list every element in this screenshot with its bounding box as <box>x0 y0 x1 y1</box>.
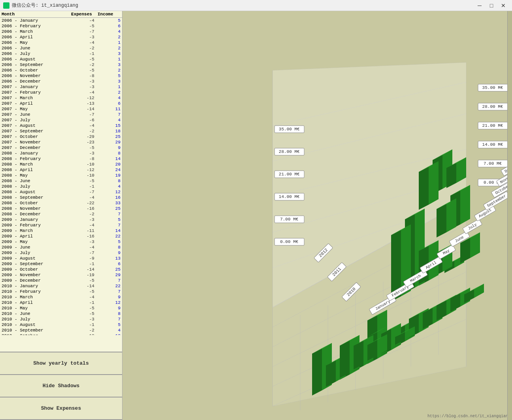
table-cell: -14 <box>70 106 96 112</box>
svg-text:21.00 M€: 21.00 M€ <box>482 123 503 128</box>
table-row: 2006 - April-32 <box>0 34 122 40</box>
table-cell: 2006 - January <box>0 18 70 24</box>
table-cell: 1 <box>96 57 122 62</box>
table-cell: 2009 - September <box>0 261 70 267</box>
table-cell: 14 <box>96 228 122 234</box>
table-cell: 2010 - August <box>0 322 70 328</box>
table-cell: -4 <box>70 294 96 300</box>
svg-text:https://blog.csdn.net/it_xiang: https://blog.csdn.net/it_xiangqiang <box>427 414 510 418</box>
table-cell: 13 <box>96 333 122 335</box>
table-cell: 2007 - July <box>0 117 70 123</box>
table-cell: 2009 - January <box>0 217 70 222</box>
table-cell: -10 <box>70 333 96 335</box>
show-yearly-totals-button[interactable]: Show yearly totals <box>0 352 122 375</box>
table-cell: 7 <box>96 112 122 117</box>
left-panel: Month Expenses Income 2006 - January-452… <box>0 11 122 420</box>
table-cell: -5 <box>70 178 96 184</box>
table-cell: 19 <box>96 173 122 178</box>
table-cell: 2008 - May <box>0 173 70 178</box>
table-cell: 2006 - December <box>0 79 70 84</box>
table-cell: 5 <box>96 239 122 245</box>
buttons-area: Show yearly totals Hide Shadows Show Exp… <box>0 352 122 420</box>
table-cell: 18 <box>96 128 122 134</box>
title-bar-text: 微信公众号: it_xiangqiang <box>12 2 474 9</box>
table-cell: 33 <box>96 200 122 206</box>
table-cell: -14 <box>70 283 96 289</box>
table-cell: 2006 - June <box>0 45 70 51</box>
close-button[interactable]: ✕ <box>498 2 509 9</box>
table-cell: -3 <box>70 84 96 90</box>
chart-scrollbar[interactable] <box>507 11 512 420</box>
main-container: Month Expenses Income 2006 - January-452… <box>0 11 512 420</box>
table-row: 2010 - October-1013 <box>0 333 122 335</box>
svg-text:7.00 M€: 7.00 M€ <box>484 161 502 166</box>
table-cell: -1 <box>70 184 96 189</box>
table-cell: -2 <box>70 62 96 68</box>
maximize-button[interactable]: □ <box>486 2 497 9</box>
table-cell: 11 <box>96 106 122 112</box>
table-cell: 2006 - August <box>0 57 70 62</box>
table-row: 2009 - June-48 <box>0 245 122 250</box>
table-cell: -4 <box>70 18 96 24</box>
table-cell: 2010 - January <box>0 283 70 289</box>
table-cell: -5 <box>70 289 96 294</box>
table-cell: 2008 - October <box>0 200 70 206</box>
table-cell: 8 <box>96 151 122 156</box>
table-cell: 4 <box>96 117 122 123</box>
table-cell: -12 <box>70 95 96 101</box>
table-cell: -1 <box>70 51 96 57</box>
table-cell: 8 <box>96 311 122 316</box>
table-cell: 2008 - April <box>0 167 70 173</box>
table-row: 2008 - August-712 <box>0 189 122 195</box>
table-cell: -8 <box>70 156 96 162</box>
table-cell: 22 <box>96 283 122 289</box>
table-cell: 2006 - February <box>0 23 70 29</box>
table-cell: 2008 - January <box>0 151 70 156</box>
table-scroll[interactable]: Month Expenses Income 2006 - January-452… <box>0 11 122 335</box>
table-cell: -5 <box>70 278 96 283</box>
table-cell: 14 <box>96 156 122 162</box>
table-cell: 2 <box>96 34 122 40</box>
table-cell: 2010 - April <box>0 300 70 305</box>
table-row: 2007 - July-64 <box>0 117 122 123</box>
table-cell: 7 <box>96 211 122 217</box>
table-cell: 3 <box>96 51 122 57</box>
svg-marker-110 <box>446 198 456 232</box>
table-row: 2008 - December-27 <box>0 211 122 217</box>
show-expenses-button[interactable]: Show Expenses <box>0 397 122 420</box>
table-cell: 2009 - November <box>0 272 70 278</box>
table-cell: -7 <box>70 112 96 117</box>
table-cell: 1 <box>96 84 122 90</box>
table-cell: 2007 - August <box>0 123 70 128</box>
table-cell: -4 <box>70 123 96 128</box>
table-row: 2006 - June-22 <box>0 45 122 51</box>
table-cell: 2009 - March <box>0 228 70 234</box>
table-row: 2008 - January-38 <box>0 151 122 156</box>
table-row: 2008 - November-1625 <box>0 206 122 211</box>
table-cell: 8 <box>96 245 122 250</box>
table-cell: -5 <box>70 23 96 29</box>
table-cell: 2009 - June <box>0 245 70 250</box>
table-cell: 2009 - February <box>0 222 70 228</box>
table-cell: 25 <box>96 134 122 139</box>
table-row: 2006 - November-85 <box>0 73 122 79</box>
table-cell: -3 <box>70 316 96 322</box>
table-cell: 25 <box>96 206 122 211</box>
table-cell: -2 <box>70 45 96 51</box>
table-cell: -5 <box>70 311 96 316</box>
minimize-button[interactable]: ─ <box>474 2 485 9</box>
table-cell: 2008 - August <box>0 189 70 195</box>
table-cell: 2010 - March <box>0 294 70 300</box>
table-row: 2010 - September-24 <box>0 328 122 333</box>
svg-text:7.00 M€: 7.00 M€ <box>280 217 299 222</box>
table-cell: 7 <box>96 278 122 283</box>
table-row: 2008 - September-416 <box>0 195 122 200</box>
svg-text:14.00 M€: 14.00 M€ <box>279 194 300 199</box>
svg-marker-111 <box>437 204 446 237</box>
table-cell: -16 <box>70 206 96 211</box>
table-cell: 2006 - July <box>0 51 70 57</box>
table-cell: 2006 - October <box>0 68 70 73</box>
hide-shadows-button[interactable]: Hide Shadows <box>0 375 122 397</box>
svg-text:35.00 M€: 35.00 M€ <box>279 127 300 132</box>
table-cell: -19 <box>70 272 96 278</box>
